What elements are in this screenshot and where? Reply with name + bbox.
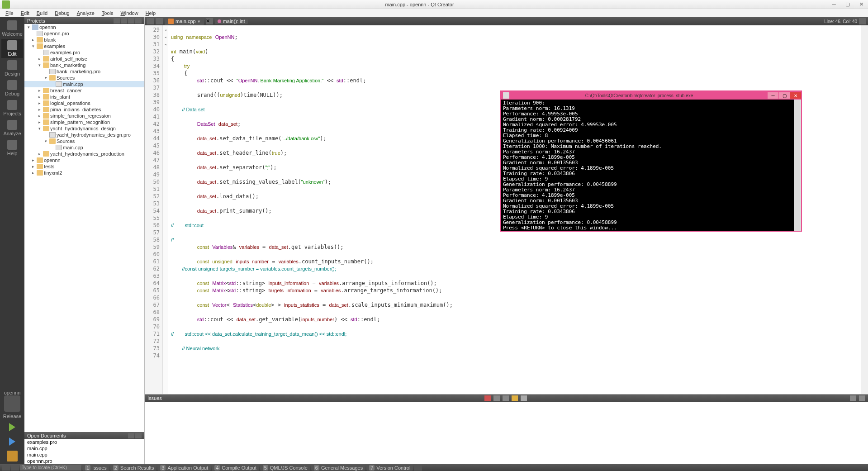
tree-item[interactable]: ▾Sources [24, 138, 144, 144]
tree-item[interactable]: ▸tests [24, 163, 144, 170]
tree-item[interactable]: ▸pima_indians_diabetes [24, 106, 144, 113]
prev-issue-icon[interactable] [493, 395, 500, 401]
next-issue-icon[interactable] [503, 395, 509, 401]
maximize-button[interactable]: ▢ [841, 0, 854, 9]
opendoc-item[interactable]: examples.pro [24, 439, 144, 445]
target-selector[interactable]: opennn Release [3, 390, 21, 419]
tree-item[interactable]: ▾bank_marketing [24, 62, 144, 68]
split-icon[interactable] [128, 18, 134, 24]
output-app[interactable]: 3Application Output [157, 465, 211, 471]
toggle-sidebar-icon[interactable] [2, 465, 10, 471]
menu-debug[interactable]: Debug [51, 10, 73, 16]
output-qml[interactable]: 5QML/JS Console [260, 465, 310, 471]
sync-icon[interactable] [121, 18, 127, 24]
close-button[interactable]: ✕ [854, 0, 868, 9]
mode-edit[interactable]: Edit [1, 39, 23, 58]
close-panel-icon[interactable] [135, 18, 142, 24]
close-pane-icon[interactable] [859, 395, 865, 401]
output-issues[interactable]: 1Issues [82, 465, 109, 471]
mode-projects[interactable]: Projects [1, 99, 23, 118]
menu-edit[interactable]: Edit [17, 10, 33, 16]
console-close[interactable]: ✕ [790, 92, 801, 99]
console-scrollbar[interactable] [794, 100, 801, 231]
more-outputs-icon[interactable] [414, 465, 422, 471]
menu-tools[interactable]: Tools [98, 10, 117, 16]
close-tab-icon[interactable]: ✕ [206, 18, 213, 24]
locator-input[interactable]: Type to locate (Ctrl+K) [20, 465, 81, 471]
minimize-pane-icon[interactable] [850, 395, 856, 401]
menu-file[interactable]: File [2, 10, 17, 16]
forward-icon[interactable] [156, 18, 163, 24]
mode-help[interactable]: Help [1, 138, 23, 157]
tree-item[interactable]: ▾yacht_hydrodynamics_design [24, 125, 144, 132]
tree-item[interactable]: ▾Sources [24, 75, 144, 81]
tree-item[interactable]: ▾examples [24, 43, 144, 49]
tree-item[interactable]: main.cpp [24, 144, 144, 151]
editor-tab[interactable]: main.cpp▾ [165, 18, 204, 25]
menu-window[interactable]: Window [117, 10, 142, 16]
opendoc-item[interactable]: main.cpp [24, 445, 144, 452]
filter-icon[interactable] [114, 18, 120, 24]
mode-debug[interactable]: Debug [1, 79, 23, 98]
editor-area: main.cpp▾ ✕ main(): int Line: 46, Col: 4… [145, 17, 868, 464]
bottom-bar: Type to locate (Ctrl+K) 1Issues 2Search … [0, 464, 868, 471]
opendocs-header: Open Documents [24, 432, 144, 439]
console-minimize[interactable]: ─ [768, 92, 778, 99]
menu-analyze[interactable]: Analyze [73, 10, 98, 16]
menubar: File Edit Build Debug Analyze Tools Wind… [0, 9, 868, 17]
tree-item[interactable]: ▸blank [24, 37, 144, 43]
issues-title: Issues [147, 395, 162, 401]
opendoc-item[interactable]: main.cpp [24, 452, 144, 458]
tree-item[interactable]: ▸simple_function_regression [24, 113, 144, 119]
editor-toolbar: main.cpp▾ ✕ main(): int Line: 46, Col: 4… [145, 17, 868, 25]
tree-item[interactable]: ▸iris_plant [24, 94, 144, 100]
output-compile[interactable]: 4Compile Output [212, 465, 259, 471]
function-selector[interactable]: main(): int [215, 19, 248, 24]
debug-run-button[interactable] [4, 435, 20, 448]
output-search[interactable]: 2Search Results [110, 465, 157, 471]
console-maximize[interactable]: ▢ [779, 92, 790, 99]
opendoc-item[interactable]: opennn.pro [24, 458, 144, 464]
tree-item[interactable]: opennn.pro [24, 30, 144, 37]
output-vcs[interactable]: 7Version Control [366, 465, 413, 471]
tree-item[interactable]: yacht_hydrodynamics_design.pro [24, 132, 144, 138]
filter-icon[interactable] [521, 395, 527, 401]
tree-item-main-cpp[interactable]: main.cpp [24, 81, 144, 87]
tree-item[interactable]: ▸airfoil_self_noise [24, 56, 144, 62]
menu-build[interactable]: Build [33, 10, 51, 16]
console-titlebar[interactable]: C:\Qt\Tools\QtCreator\bin\qtcreator_proc… [501, 91, 801, 100]
split-icon[interactable] [128, 433, 134, 438]
tree-item[interactable]: ▸breast_cancer [24, 87, 144, 94]
warning-filter-icon[interactable] [512, 395, 518, 401]
split-editor-icon[interactable] [859, 18, 866, 24]
tree-item[interactable]: ▸tinyxml2 [24, 170, 144, 176]
menu-help[interactable]: Help [142, 10, 160, 16]
mode-design[interactable]: Design [1, 59, 23, 78]
tree-item[interactable]: ▸yacht_hydrodynamics_production [24, 151, 144, 157]
console-window: C:\Qt\Tools\QtCreator\bin\qtcreator_proc… [500, 90, 802, 232]
fold-column[interactable]: ◂ ◂ ◂ [163, 25, 168, 394]
mode-analyze[interactable]: Analyze [1, 119, 23, 138]
build-button[interactable] [4, 450, 20, 462]
tree-item[interactable]: bank_marketing.pro [24, 68, 144, 75]
back-icon[interactable] [147, 18, 154, 24]
editor-scrollbar[interactable] [861, 25, 868, 394]
console-output[interactable]: Iteration 900; Parameters norm: 16.1319 … [501, 100, 801, 231]
tree-root[interactable]: ▾opennn [24, 24, 144, 30]
run-button[interactable] [4, 421, 20, 433]
mode-welcome[interactable]: Welcome [1, 19, 23, 38]
line-gutter: 29 30 31 32 33 34 35 36 37 38 39 40 41 4… [145, 25, 163, 394]
close-panel-icon[interactable] [135, 433, 142, 438]
minimize-button[interactable]: ─ [827, 0, 841, 9]
output-general[interactable]: 6General Messages [311, 465, 365, 471]
error-filter-icon[interactable] [484, 395, 491, 401]
opendocs-list: examples.pro main.cpp main.cpp opennn.pr… [24, 439, 144, 464]
tree-item[interactable]: examples.pro [24, 49, 144, 56]
tree-item[interactable]: ▸simple_pattern_recognition [24, 119, 144, 125]
tree-item[interactable]: ▸logical_operations [24, 100, 144, 106]
issues-list [145, 402, 868, 464]
search-icon[interactable] [11, 465, 19, 471]
tree-item[interactable]: ▸opennn [24, 157, 144, 163]
window-title: main.cpp - opennn - Qt Creator [12, 2, 827, 7]
cursor-position: Line: 46, Col: 40 [824, 19, 857, 24]
